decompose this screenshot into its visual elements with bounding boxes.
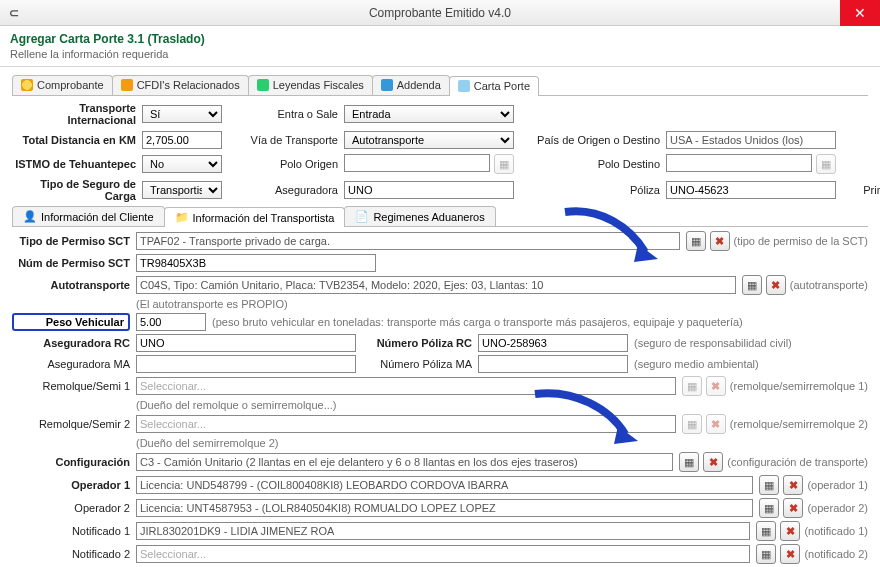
input-peso[interactable] xyxy=(136,313,206,331)
lbl-remolque2: Remolque/Semir 2 xyxy=(12,418,130,430)
tab-cfdis[interactable]: CFDI's Relacionados xyxy=(112,75,249,95)
input-poliza-rc[interactable] xyxy=(478,334,628,352)
window-title: Comprobante Emitido v4.0 xyxy=(0,6,880,20)
tab-cartaporte[interactable]: Carta Porte xyxy=(449,76,539,96)
lbl-op2: Operador 2 xyxy=(12,502,130,514)
addenda-icon xyxy=(381,79,393,91)
clear-not1-button[interactable]: ✖ xyxy=(780,521,800,541)
hint-op2: (operador 2) xyxy=(807,502,868,514)
lbl-not1: Notificado 1 xyxy=(12,525,130,537)
sub-autotransporte: (El autotransporte es PROPIO) xyxy=(136,298,862,310)
clear-not2-button[interactable]: ✖ xyxy=(780,544,800,564)
lbl-polo-destino: Polo Destino xyxy=(520,158,660,170)
lbl-prima: Prima xyxy=(842,184,880,196)
hint-config: (configuración de transporte) xyxy=(727,456,868,468)
lbl-not2: Notificado 2 xyxy=(12,548,130,560)
clear-op1-button[interactable]: ✖ xyxy=(783,475,803,495)
input-tipo-permiso xyxy=(136,232,680,250)
input-aseg-rc[interactable] xyxy=(136,334,356,352)
clear-remolque2-button: ✖ xyxy=(706,414,726,434)
note-icon xyxy=(257,79,269,91)
input-polo-origen xyxy=(344,154,490,172)
hint-remolque1: (remolque/semirremolque 1) xyxy=(730,380,868,392)
lbl-config: Configuración xyxy=(12,456,130,468)
input-op2 xyxy=(136,499,753,517)
close-button[interactable]: ✕ xyxy=(840,0,880,26)
lbl-polo-origen: Polo Origen xyxy=(228,158,338,170)
lookup-config-button[interactable]: ▦ xyxy=(679,452,699,472)
tab-comprobante[interactable]: Comprobante xyxy=(12,75,113,95)
lbl-aseguradora: Aseguradora xyxy=(228,184,338,196)
hint-autotransporte: (autotransporte) xyxy=(790,279,868,291)
tab-info-transportista[interactable]: 📁Información del Transportista xyxy=(164,207,346,227)
tab-label: Regimenes Aduaneros xyxy=(373,211,484,223)
input-poliza[interactable] xyxy=(666,181,836,199)
app-icon: ⊂ xyxy=(6,5,22,21)
lbl-pais: País de Origen o Destino xyxy=(520,134,660,146)
input-config xyxy=(136,453,673,471)
input-aseguradora[interactable] xyxy=(344,181,514,199)
sel-transporte-int[interactable]: Sí xyxy=(142,105,222,123)
lookup-not1-button[interactable]: ▦ xyxy=(756,521,776,541)
hint-rc: (seguro de responsabilidad civil) xyxy=(634,337,868,349)
lookup-op1-button[interactable]: ▦ xyxy=(759,475,779,495)
clear-autotransporte-button[interactable]: ✖ xyxy=(766,275,786,295)
tab-label: Addenda xyxy=(397,79,441,91)
sel-entra-sale[interactable]: Entrada xyxy=(344,105,514,123)
tab-label: Comprobante xyxy=(37,79,104,91)
hint-remolque2: (remolque/semirremolque 2) xyxy=(730,418,868,430)
clear-remolque1-button: ✖ xyxy=(706,376,726,396)
lookup-not2-button[interactable]: ▦ xyxy=(756,544,776,564)
lookup-tipo-permiso-button[interactable]: ▦ xyxy=(686,231,706,251)
input-remolque2 xyxy=(136,415,676,433)
tab-info-cliente[interactable]: 👤Información del Cliente xyxy=(12,206,165,226)
input-not2[interactable] xyxy=(136,545,750,563)
lbl-istmo: ISTMO de Tehuantepec xyxy=(12,158,136,170)
sel-istmo[interactable]: No xyxy=(142,155,222,173)
lookup-polo-destino-button: ▦ xyxy=(816,154,836,174)
lookup-remolque1-button: ▦ xyxy=(682,376,702,396)
hint-tipo-permiso: (tipo de permiso de la SCT) xyxy=(734,235,869,247)
outer-tabs: Comprobante CFDI's Relacionados Leyendas… xyxy=(12,75,868,96)
input-distancia[interactable] xyxy=(142,131,222,149)
input-pais xyxy=(666,131,836,149)
lbl-entra-sale: Entra o Sale xyxy=(228,108,338,120)
lbl-op1: Operador 1 xyxy=(12,479,130,491)
lbl-tipo-permiso: Tipo de Permiso SCT xyxy=(12,235,130,247)
tab-label: CFDI's Relacionados xyxy=(137,79,240,91)
lbl-distancia: Total Distancia en KM xyxy=(12,134,136,146)
lookup-remolque2-button: ▦ xyxy=(682,414,702,434)
lbl-poliza-rc: Número Póliza RC xyxy=(362,337,472,349)
hint-peso: (peso bruto vehicular en toneladas: tran… xyxy=(212,316,743,328)
input-remolque1 xyxy=(136,377,676,395)
lbl-peso: Peso Vehicular xyxy=(12,313,130,331)
lbl-via: Vía de Transporte xyxy=(228,134,338,146)
clear-tipo-permiso-button[interactable]: ✖ xyxy=(710,231,730,251)
input-autotransporte xyxy=(136,276,736,294)
hint-op1: (operador 1) xyxy=(807,479,868,491)
lbl-num-permiso: Núm de Permiso SCT xyxy=(12,257,130,269)
sel-tipo-seguro[interactable]: Transportista xyxy=(142,181,222,199)
lbl-poliza: Póliza xyxy=(520,184,660,196)
hint-not1: (notificado 1) xyxy=(804,525,868,537)
page-title: Agregar Carta Porte 3.1 (Traslado) xyxy=(0,26,880,48)
hint-not2: (notificado 2) xyxy=(804,548,868,560)
tab-leyendas[interactable]: Leyendas Fiscales xyxy=(248,75,373,95)
cartaporte-icon xyxy=(458,80,470,92)
clear-op2-button[interactable]: ✖ xyxy=(783,498,803,518)
tab-label: Leyendas Fiscales xyxy=(273,79,364,91)
input-aseg-ma xyxy=(136,355,356,373)
sub-remolque2: (Dueño del semirremolque 2) xyxy=(136,437,862,449)
input-not1 xyxy=(136,522,750,540)
input-num-permiso[interactable] xyxy=(136,254,376,272)
tab-regimenes[interactable]: 📄Regimenes Aduaneros xyxy=(344,206,495,226)
sel-via[interactable]: Autotransporte xyxy=(344,131,514,149)
clear-config-button[interactable]: ✖ xyxy=(703,452,723,472)
tab-addenda[interactable]: Addenda xyxy=(372,75,450,95)
input-op1 xyxy=(136,476,753,494)
sub-remolque1: (Dueño del remolque o semirremolque...) xyxy=(136,399,862,411)
lookup-op2-button[interactable]: ▦ xyxy=(759,498,779,518)
tab-label: Información del Transportista xyxy=(193,212,335,224)
lookup-autotransporte-button[interactable]: ▦ xyxy=(742,275,762,295)
hint-ma: (seguro medio ambiental) xyxy=(634,358,868,370)
